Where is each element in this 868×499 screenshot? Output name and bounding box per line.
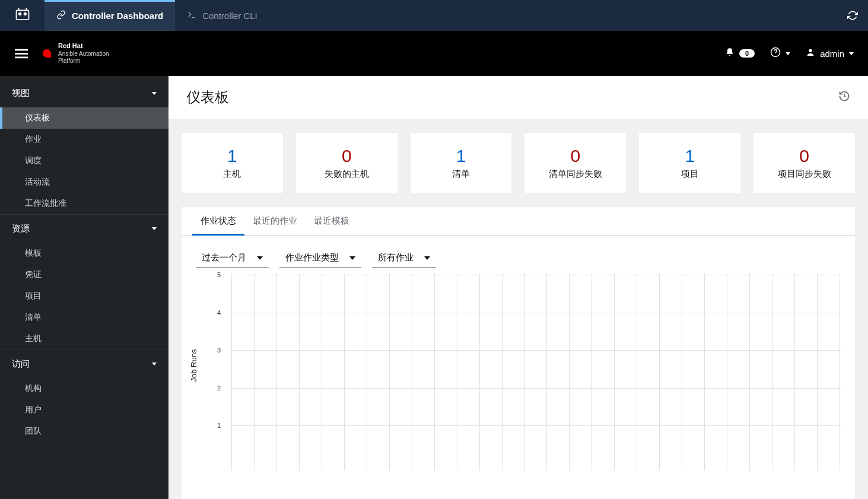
nav-item-workflow-approvals[interactable]: 工作流批准 bbox=[0, 193, 168, 214]
nav-item-label: 工作流批准 bbox=[25, 198, 66, 208]
chart-gridline bbox=[434, 274, 435, 471]
redhat-icon bbox=[43, 49, 51, 58]
chart-gridline bbox=[637, 274, 637, 471]
nav-item-label: 团队 bbox=[25, 426, 42, 436]
app-logo[interactable] bbox=[0, 7, 44, 24]
nav-item-users[interactable]: 用户 bbox=[0, 399, 168, 421]
terminal-icon bbox=[187, 10, 196, 21]
nav-item-schedules[interactable]: 调度 bbox=[0, 150, 168, 171]
page-header: 仪表板 bbox=[168, 76, 868, 119]
nav-item-templates[interactable]: 模板 bbox=[0, 243, 168, 264]
chart-gridline bbox=[479, 274, 480, 471]
chart-gridline bbox=[276, 274, 277, 471]
chart-gridline bbox=[727, 274, 727, 471]
stat-card[interactable]: 0失败的主机 bbox=[296, 133, 398, 193]
nav-item-label: 项目 bbox=[25, 291, 42, 300]
brand-line1: Red Hat bbox=[58, 42, 109, 50]
chart-gridline bbox=[569, 274, 570, 471]
nav-item-hosts[interactable]: 主机 bbox=[0, 328, 168, 349]
nav-group-resources[interactable]: 资源 bbox=[0, 214, 168, 243]
chart-ylabel: Job Runs bbox=[189, 349, 198, 382]
chevron-down-icon bbox=[152, 227, 157, 230]
chevron-down-icon bbox=[152, 363, 157, 365]
user-menu-button[interactable]: admin bbox=[806, 47, 854, 59]
notification-badge: 0 bbox=[739, 49, 755, 58]
nav-toggle-button[interactable] bbox=[0, 47, 43, 60]
brand-line2: Ansible Automation bbox=[58, 50, 109, 58]
tabs-container: 作业状态最近的作业最近模板 过去一个月 作业作业类型 所有作业 Job Runs… bbox=[182, 207, 855, 499]
chevron-down-icon bbox=[152, 92, 157, 95]
chart-gridline bbox=[840, 274, 840, 471]
content-tab[interactable]: 作业状态 bbox=[192, 207, 244, 235]
top-bar: Controller Dashboard Controller CLI bbox=[0, 0, 868, 31]
dropdown-label: 所有作业 bbox=[378, 252, 414, 263]
nav-item-teams[interactable]: 团队 bbox=[0, 421, 168, 442]
notifications-button[interactable]: 0 bbox=[725, 47, 755, 59]
stat-card[interactable]: 0清单同步失败 bbox=[524, 133, 626, 193]
svg-rect-0 bbox=[16, 10, 28, 20]
nav-item-dashboard[interactable]: 仪表板 bbox=[0, 107, 168, 129]
filter-status-dropdown[interactable]: 所有作业 bbox=[372, 249, 436, 268]
user-icon bbox=[806, 47, 815, 59]
stat-value: 1 bbox=[416, 146, 506, 166]
stat-card[interactable]: 1项目 bbox=[639, 133, 740, 193]
nav-item-label: 机构 bbox=[25, 383, 42, 393]
nav-item-jobs[interactable]: 作业 bbox=[0, 129, 168, 150]
nav-item-activity-stream[interactable]: 活动流 bbox=[0, 171, 168, 193]
stat-label: 项目 bbox=[645, 169, 735, 180]
stat-value: 1 bbox=[645, 146, 735, 166]
filter-period-dropdown[interactable]: 过去一个月 bbox=[196, 249, 269, 268]
nav-group-views[interactable]: 视图 bbox=[0, 80, 168, 107]
content-tab[interactable]: 最近模板 bbox=[306, 207, 358, 235]
stat-card[interactable]: 0项目同步失败 bbox=[753, 133, 855, 193]
chart-gridline bbox=[502, 274, 503, 471]
tab-controller-cli[interactable]: Controller CLI bbox=[175, 0, 269, 31]
brand-line3: Platform bbox=[58, 58, 109, 65]
refresh-button[interactable] bbox=[837, 10, 868, 21]
chart-gridline bbox=[614, 274, 615, 471]
stat-label: 主机 bbox=[187, 169, 277, 180]
chart-gridline bbox=[367, 274, 367, 471]
chart-gridline bbox=[457, 274, 457, 471]
chart-gridline bbox=[344, 274, 345, 471]
chart-gridline bbox=[704, 274, 705, 471]
stat-label: 清单 bbox=[416, 169, 506, 180]
stat-label: 项目同步失败 bbox=[759, 169, 849, 180]
nav-group-access[interactable]: 访问 bbox=[0, 349, 168, 378]
stat-card[interactable]: 1清单 bbox=[411, 133, 512, 193]
stats-row: 1主机0失败的主机1清单0清单同步失败1项目0项目同步失败 bbox=[182, 119, 855, 207]
stat-value: 0 bbox=[302, 146, 392, 166]
stat-card[interactable]: 1主机 bbox=[182, 133, 283, 193]
help-button[interactable] bbox=[770, 47, 790, 60]
nav-group-label: 资源 bbox=[12, 223, 30, 234]
username-label: admin bbox=[820, 49, 844, 59]
nav-item-organizations[interactable]: 机构 bbox=[0, 378, 168, 399]
nav-item-label: 凭证 bbox=[25, 269, 42, 279]
filter-job-type-dropdown[interactable]: 作业作业类型 bbox=[279, 249, 361, 268]
chart-gridline bbox=[231, 274, 232, 471]
nav-item-label: 调度 bbox=[25, 155, 42, 165]
nav-item-projects[interactable]: 项目 bbox=[0, 285, 168, 307]
stat-value: 0 bbox=[530, 146, 620, 166]
nav-group-label: 视图 bbox=[12, 88, 30, 99]
job-status-chart: Job Runs 12345 bbox=[196, 274, 841, 481]
content-tab[interactable]: 最近的作业 bbox=[244, 207, 306, 235]
stat-label: 失败的主机 bbox=[302, 169, 392, 180]
nav-item-inventories[interactable]: 清单 bbox=[0, 307, 168, 328]
stat-value: 1 bbox=[187, 146, 277, 166]
svg-point-8 bbox=[809, 49, 812, 52]
chart-ytick: 2 bbox=[217, 384, 221, 392]
filters-row: 过去一个月 作业作业类型 所有作业 bbox=[182, 236, 855, 274]
tab-controller-dashboard[interactable]: Controller Dashboard bbox=[44, 0, 175, 31]
chart-gridline bbox=[524, 274, 525, 471]
chart-gridline bbox=[682, 274, 682, 471]
history-button[interactable] bbox=[838, 90, 850, 104]
chevron-down-icon bbox=[786, 52, 790, 55]
chart-gridline bbox=[659, 274, 660, 471]
nav-item-label: 作业 bbox=[25, 134, 42, 144]
nav-item-credentials[interactable]: 凭证 bbox=[0, 264, 168, 285]
chart-gridline bbox=[412, 274, 412, 471]
chart-gridline bbox=[749, 274, 750, 471]
masthead: Red Hat Ansible Automation Platform 0 ad… bbox=[0, 31, 868, 76]
question-icon bbox=[770, 47, 781, 60]
